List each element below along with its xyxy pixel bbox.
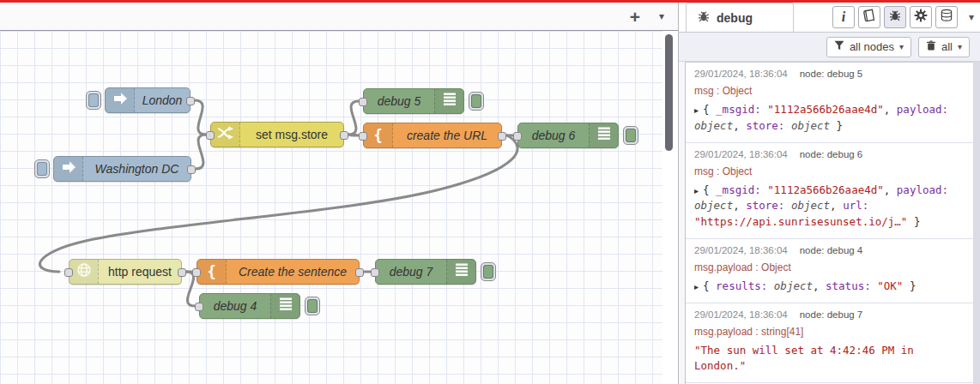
node-label: set msg.store <box>240 123 343 147</box>
output-port[interactable] <box>355 268 364 277</box>
payload-token: "OK" <box>877 279 903 292</box>
payload-token: "The sun will set at 4:42:46 PM in Londo… <box>694 344 914 373</box>
trash-icon <box>926 40 936 53</box>
node-label: debug 4 <box>200 294 270 318</box>
debug-toggle-button[interactable] <box>305 297 320 315</box>
debug-toggle-button[interactable] <box>469 92 484 111</box>
input-port[interactable] <box>359 132 367 141</box>
payload-token: { <box>703 103 716 116</box>
input-port[interactable] <box>64 268 73 277</box>
input-port[interactable] <box>206 131 215 140</box>
button-inner <box>483 265 493 279</box>
message-node-name[interactable]: node: debug 5 <box>800 69 863 79</box>
button-inner <box>37 162 47 176</box>
debug-toggle-button[interactable] <box>481 262 496 281</box>
message-payload: ▸{ _msgid: "1112a566b26aae4d", payload: … <box>694 102 965 135</box>
payload-token: , <box>733 199 746 212</box>
clear-messages-label: all <box>941 40 953 53</box>
message-payload: ▸{ _msgid: "1112a566b26aae4d", payload: … <box>694 183 965 231</box>
sidebar-icon-buttons: i <box>832 3 963 32</box>
sidebar-button-context[interactable] <box>935 6 958 28</box>
flow-node-debug5[interactable]: debug 5 <box>363 88 464 114</box>
flow-node-debug7[interactable]: debug 7 <box>375 259 476 285</box>
info-icon: i <box>842 9 845 25</box>
payload-token: status: <box>826 279 877 292</box>
message-node-name[interactable]: node: debug 4 <box>800 245 863 255</box>
debug-list-icon <box>442 91 457 111</box>
payload-token: , <box>884 183 897 196</box>
payload-token: , <box>884 103 897 116</box>
payload-token: store: <box>746 199 791 212</box>
button-inner <box>471 94 481 108</box>
input-port[interactable] <box>195 303 203 311</box>
flow-node-debug6[interactable]: debug 6 <box>517 123 619 148</box>
output-port[interactable] <box>178 268 186 277</box>
payload-token: url: <box>843 199 868 212</box>
message-node-name[interactable]: node: debug 6 <box>800 149 863 159</box>
payload-token: payload: <box>897 183 948 196</box>
filter-nodes-button[interactable]: all nodes ▾ <box>826 37 911 57</box>
node-label: Create the sentence <box>227 260 359 284</box>
input-port[interactable] <box>359 98 367 106</box>
add-flow-button[interactable]: + <box>630 8 640 26</box>
inject-arrow-icon <box>60 159 77 179</box>
inject-button[interactable] <box>86 91 101 110</box>
chevron-down-icon: ▾ <box>958 42 962 51</box>
flow-list-dropdown-icon[interactable]: ▾ <box>659 10 664 22</box>
flow-node-http[interactable]: http request <box>69 259 182 285</box>
message-property-path: msg : Object <box>694 85 965 97</box>
payload-token: _msgid: <box>716 183 767 196</box>
payload-token: { <box>703 279 716 292</box>
tab-debug[interactable]: debug <box>686 3 794 32</box>
wire-change-to-createurl[interactable] <box>348 135 359 135</box>
node-label: create the URL <box>393 123 501 147</box>
debug-message: 29/01/2024, 18:36:04node: debug 4msg.pay… <box>686 239 973 303</box>
sidebar-button-book[interactable] <box>858 6 880 28</box>
debug-list-icon <box>278 296 293 316</box>
globe-icon <box>76 261 93 282</box>
sidebar-collapse-icon[interactable]: ▾ <box>963 3 980 32</box>
sidebar-button-info[interactable]: i <box>832 6 855 28</box>
context-icon <box>940 9 953 26</box>
output-port[interactable] <box>498 132 506 141</box>
payload-token: "1112a566b26aae4d" <box>767 103 883 116</box>
flow-node-createurl[interactable]: {create the URL <box>363 123 502 148</box>
expand-caret-icon[interactable]: ▸ <box>694 282 699 291</box>
payload-token: object <box>791 119 830 132</box>
button-inner <box>307 299 318 313</box>
flow-node-debug4[interactable]: debug 4 <box>199 293 300 319</box>
output-port[interactable] <box>340 131 348 140</box>
flow-node-wdc[interactable]: Washington DC <box>53 156 191 182</box>
message-meta: 29/01/2024, 18:36:04node: debug 4 <box>694 245 965 255</box>
workspace-region: + ▾ LondonWashington DCset msg.storedebu… <box>0 3 678 384</box>
canvas-scrollbar-thumb[interactable] <box>665 34 673 151</box>
message-node-name[interactable]: node: debug 7 <box>800 309 863 320</box>
message-timestamp: 29/01/2024, 18:36:04 <box>694 69 788 79</box>
expand-caret-icon[interactable]: ▸ <box>694 105 699 115</box>
flow-node-change[interactable]: set msg.store <box>210 122 344 147</box>
debug-message: 29/01/2024, 18:36:04node: debug 5msg : O… <box>686 63 973 143</box>
input-port[interactable] <box>192 268 201 277</box>
payload-token: , <box>813 279 826 292</box>
filter-nodes-label: all nodes <box>850 40 894 53</box>
payload-token: } <box>907 215 920 228</box>
message-property-path: msg.payload : Object <box>694 261 965 273</box>
expand-caret-icon[interactable]: ▸ <box>694 186 699 195</box>
debug-scrollbar-track[interactable] <box>973 62 980 384</box>
debug-toggle-button[interactable] <box>623 126 638 145</box>
input-port[interactable] <box>513 132 522 141</box>
sidebar-button-gear[interactable] <box>910 6 932 28</box>
clear-messages-button[interactable]: all ▾ <box>918 37 970 57</box>
message-timestamp: 29/01/2024, 18:36:04 <box>694 245 788 255</box>
flow-node-sentence[interactable]: {Create the sentence <box>197 259 360 285</box>
flow-node-london[interactable]: London <box>105 87 191 113</box>
node-label: debug 7 <box>376 260 446 284</box>
inject-button[interactable] <box>34 159 50 178</box>
input-port[interactable] <box>371 268 379 277</box>
output-port[interactable] <box>187 165 196 174</box>
payload-token: } <box>830 119 843 132</box>
sidebar-button-bug[interactable] <box>884 6 906 28</box>
payload-token: results: <box>716 279 774 292</box>
output-port[interactable] <box>186 97 195 105</box>
message-payload: ▸{ results: object, status: "OK" } <box>694 279 965 295</box>
